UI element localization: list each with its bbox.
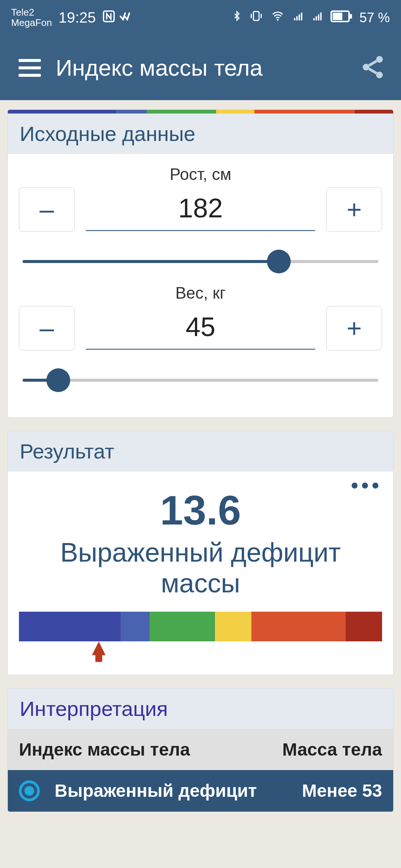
status-bar: Tele2 MegaFon 19:25 — [0, 0, 401, 35]
signal-icon-2 — [311, 10, 324, 26]
weight-slider[interactable] — [23, 365, 378, 395]
menu-button[interactable] — [19, 59, 41, 77]
bmi-scale-pointer-icon — [91, 641, 107, 664]
interpretation-col-mass: Масса тела — [282, 739, 382, 760]
bluetooth-icon — [232, 9, 242, 26]
app-bar: Индекс массы тела — [0, 35, 401, 100]
svg-point-7 — [363, 64, 369, 70]
interpretation-table-header: Индекс массы тела Масса тела — [8, 729, 393, 770]
svg-point-8 — [376, 72, 383, 78]
status-battery-pct: 57 % — [359, 10, 390, 26]
svg-rect-4 — [333, 13, 342, 20]
bmi-category: Выраженный дефицит массы — [19, 537, 382, 599]
interpretation-row-label: Выраженный дефицит — [55, 780, 302, 801]
svg-rect-5 — [350, 14, 352, 19]
bmi-scale — [19, 612, 382, 641]
interpretation-card-title: Интерпретация — [8, 688, 393, 729]
height-plus-button[interactable]: + — [326, 187, 382, 232]
interpretation-card: Интерпретация Индекс массы тела Масса те… — [7, 688, 394, 812]
share-button[interactable] — [359, 54, 386, 82]
height-label: Рост, см — [19, 165, 382, 184]
weight-minus-button[interactable]: – — [19, 306, 75, 351]
svg-point-6 — [376, 56, 383, 63]
result-card-title: Результат — [8, 431, 393, 471]
svg-rect-1 — [253, 11, 259, 20]
vibrate-icon — [249, 9, 264, 26]
status-carrier-1: Tele2 — [11, 7, 52, 17]
height-value[interactable]: 182 — [86, 188, 315, 231]
weight-label: Вес, кг — [19, 284, 382, 302]
interpretation-row-value: Менее 53 — [302, 780, 382, 801]
status-time: 19:25 — [59, 9, 96, 26]
input-card-title: Исходные данные — [8, 114, 393, 154]
height-minus-button[interactable]: – — [19, 187, 75, 232]
height-slider[interactable] — [23, 247, 378, 276]
nfc-icon — [102, 10, 115, 25]
svg-point-2 — [277, 19, 279, 20]
result-card: Результат 13.6 Выраженный дефицит массы — [7, 431, 394, 675]
page-title: Индекс массы тела — [56, 55, 345, 81]
battery-icon — [330, 10, 353, 26]
bmi-value: 13.6 — [19, 486, 382, 534]
result-more-button[interactable] — [352, 483, 378, 489]
check-icon — [119, 10, 131, 25]
input-card: Исходные данные Рост, см – 182 + Вес, кг… — [7, 109, 394, 418]
wifi-icon — [270, 10, 285, 26]
interpretation-row-selected[interactable]: Выраженный дефицит Менее 53 — [8, 770, 393, 812]
status-carrier-2: MegaFon — [11, 18, 52, 28]
interpretation-col-bmi: Индекс массы тела — [19, 739, 282, 760]
weight-value[interactable]: 45 — [86, 307, 315, 350]
signal-icon-1 — [292, 10, 304, 26]
weight-plus-button[interactable]: + — [326, 306, 382, 351]
radio-selected-icon — [19, 780, 40, 801]
card-accent-line — [8, 110, 393, 114]
